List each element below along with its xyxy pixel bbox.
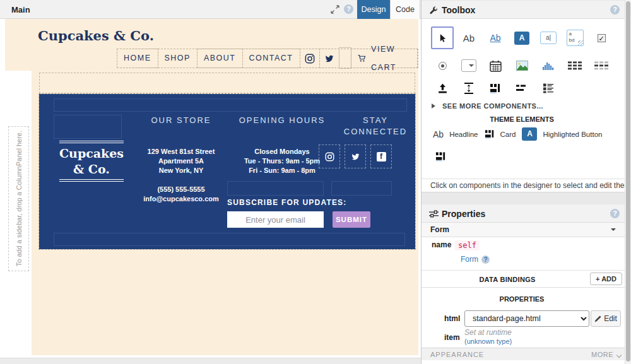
design-canvas-pane: Main ? Design Code Cupcakes & Co. To add… (0, 0, 421, 364)
theme-highlighted-button[interactable]: A Highlighted Button (522, 127, 602, 141)
radio-button-component-icon[interactable] (430, 53, 454, 78)
footer-twitter-icon[interactable] (345, 144, 366, 168)
button-component-icon[interactable]: A (510, 25, 534, 50)
footer-instagram-icon[interactable] (319, 144, 340, 168)
flow-panel-component-icon[interactable] (510, 76, 534, 101)
form-help-icon[interactable]: ? (481, 255, 490, 264)
item-runtime-value: Set at runtime (464, 328, 512, 337)
panel-divider (422, 192, 631, 204)
toolbox-help-icon[interactable]: ? (610, 5, 620, 15)
checkbox-component-icon[interactable]: ✓ (589, 25, 613, 50)
store-address[interactable]: 129 West 81st Street Apartment 5A New Yo… (134, 147, 228, 175)
store-email[interactable]: info@cupcakesco.com (134, 194, 228, 204)
chevron-down-icon (611, 228, 616, 233)
expand-icon[interactable] (331, 5, 339, 14)
textarea-component-icon[interactable]: abd (563, 25, 587, 50)
sidebar-drop-zone[interactable]: To add a sidebar, drop a ColumnPanel her… (5, 71, 32, 355)
nav-link-home[interactable]: HOME (117, 49, 158, 68)
nav-link-about[interactable]: ABOUT (197, 49, 243, 68)
nav-empty-box[interactable] (339, 47, 352, 69)
properties-help-icon[interactable]: ? (610, 209, 620, 218)
panel-scrollbar (625, 0, 631, 364)
repeating-panel-component-icon[interactable] (536, 76, 560, 101)
properties-section-title: PROPERTIES (422, 295, 622, 303)
site-footer-panel[interactable]: Cupcakes & Co. OUR STORE 129 West 81st S… (39, 94, 415, 249)
file-loader-component-icon[interactable] (430, 76, 454, 101)
wrench-icon (429, 6, 438, 17)
nav-view-cart[interactable]: VIEW CART (351, 49, 418, 68)
footer-empty-box-right[interactable] (331, 181, 392, 196)
date-picker-component-icon[interactable] (483, 53, 507, 78)
subscribe-label[interactable]: SUBSCRIBE FOR UPDATES: (227, 198, 347, 207)
plot-component-icon[interactable] (536, 53, 560, 78)
data-bindings-title: DATA BINDINGS (422, 276, 593, 283)
tab-code[interactable]: Code (390, 0, 420, 19)
more-button[interactable]: MORE (591, 351, 613, 358)
footer-bottom-strip[interactable] (54, 233, 405, 246)
designer-hint: Click on components in the designer to s… (422, 179, 631, 192)
edit-html-button[interactable]: Edit (591, 310, 621, 327)
item-type-link[interactable]: (unknown type) (464, 338, 512, 345)
theme-extra-card[interactable] (435, 151, 446, 164)
appearance-section-bar: APPEARANCE MORE (422, 348, 631, 360)
select-tool-icon[interactable] (430, 25, 454, 50)
name-value: self (455, 240, 480, 250)
nav-instagram-icon[interactable] (300, 49, 320, 68)
footer-facebook-icon[interactable]: f (370, 144, 392, 168)
textbox-component-icon[interactable]: a| (536, 25, 560, 50)
data-row-panel-component-icon[interactable] (589, 53, 613, 78)
empty-container-outline[interactable] (39, 73, 415, 93)
highlighted-button-icon: A (522, 127, 537, 141)
nav-link-shop[interactable]: SHOP (158, 49, 198, 68)
sidebar-hint-box[interactable]: To add a sidebar, drop a ColumnPanel her… (8, 126, 29, 271)
canvas-bottom-strip (0, 358, 421, 364)
footer-top-strip[interactable] (54, 98, 407, 112)
store-phone[interactable]: (555) 555-5555 (134, 185, 228, 194)
nav-twitter-icon[interactable] (319, 49, 339, 68)
scrollbar-thumb[interactable] (626, 1, 630, 361)
address-line-3: New York, NY (134, 166, 228, 175)
card-icon (485, 129, 495, 139)
nav-link-contact[interactable]: CONTACT (242, 49, 300, 68)
footer-logo-placeholder[interactable] (54, 115, 122, 139)
data-grid-component-icon[interactable] (563, 53, 587, 78)
view-cart-label: VIEW CART (371, 40, 411, 77)
address-line-1: 129 West 81st Street (134, 147, 228, 156)
toolbox-title: Toolbox (442, 5, 475, 15)
help-icon[interactable]: ? (344, 4, 353, 14)
dropdown-component-icon[interactable] (457, 53, 481, 78)
add-binding-button[interactable]: + ADD (590, 273, 622, 285)
theme-card[interactable]: Card (485, 129, 516, 139)
store-heading[interactable]: OUR STORE (137, 115, 225, 126)
footer-logo[interactable]: Cupcakes & Co. (54, 141, 129, 182)
form-topbar: Main ? Design Code (0, 0, 421, 19)
hours-heading[interactable]: OPENING HOURS (228, 115, 336, 126)
connected-heading[interactable]: STAY CONNECTED (341, 115, 410, 138)
site-nav: HOME SHOP ABOUT CONTACT VIEW CART (117, 49, 418, 68)
properties-header: Properties ? (422, 204, 631, 223)
footer-empty-box-left[interactable] (227, 181, 324, 196)
sliders-icon (429, 209, 439, 221)
column-panel-component-icon[interactable] (483, 76, 507, 101)
form-class-link[interactable]: Form ? (461, 255, 490, 264)
data-bindings-section: DATA BINDINGS + ADD (422, 270, 631, 288)
address-line-2: Apartment 5A (134, 156, 228, 166)
component-selector[interactable]: Form (422, 223, 631, 237)
tab-design[interactable]: Design (357, 0, 390, 19)
email-input[interactable] (227, 211, 324, 228)
toolbox-header: Toolbox ? (422, 0, 631, 19)
toolbox-row-3 (430, 76, 560, 101)
see-more-components[interactable]: SEE MORE COMPONENTS... (432, 102, 543, 110)
image-component-icon[interactable] (510, 53, 534, 78)
html-template-select[interactable]: standard-page.html (464, 310, 589, 327)
footer-social-row: f (319, 144, 392, 168)
link-component-icon[interactable]: Ab (483, 25, 507, 50)
spacer-component-icon[interactable] (457, 76, 481, 101)
chevron-down-icon (616, 353, 622, 358)
label-component-icon[interactable]: Ab (457, 25, 481, 50)
site-brand-heading[interactable]: Cupcakes & Co. (38, 28, 154, 44)
footer-logo-text: Cupcakes & Co. (54, 143, 129, 179)
submit-button[interactable]: SUBMIT (333, 211, 370, 228)
theme-headline[interactable]: Ab Headline (433, 129, 478, 139)
design-page[interactable]: Cupcakes & Co. To add a sidebar, drop a … (5, 19, 418, 355)
